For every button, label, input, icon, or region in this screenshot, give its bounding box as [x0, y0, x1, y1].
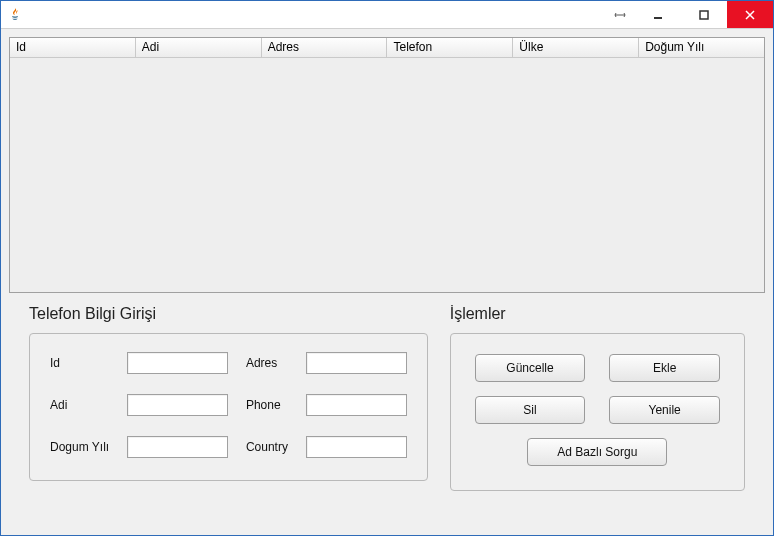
client-area: Id Adi Adres Telefon Ülke Doğum Yılı Tel…	[1, 29, 773, 535]
label-dogum-yili: Dogum Yılı	[50, 440, 109, 454]
java-icon	[7, 7, 23, 23]
ekle-button[interactable]: Ekle	[609, 354, 720, 382]
maximize-button[interactable]	[681, 1, 727, 28]
data-table[interactable]: Id Adi Adres Telefon Ülke Doğum Yılı	[9, 37, 765, 293]
minimize-button[interactable]	[635, 1, 681, 28]
col-adi[interactable]: Adi	[136, 38, 262, 57]
label-adi: Adi	[50, 398, 109, 412]
col-ulke[interactable]: Ülke	[513, 38, 639, 57]
label-phone: Phone	[246, 398, 288, 412]
table-body[interactable]	[10, 58, 764, 292]
yenile-button[interactable]: Yenile	[609, 396, 720, 424]
window-controls	[605, 1, 773, 28]
actions-panel: İşlemler Güncelle Ekle Sil Yenile Ad Baz…	[450, 305, 745, 491]
label-id: Id	[50, 356, 109, 370]
lower-panels: Telefon Bilgi Girişi Id Adres Adi Phone …	[9, 305, 765, 491]
col-dogum-yili[interactable]: Doğum Yılı	[639, 38, 764, 57]
label-country: Country	[246, 440, 288, 454]
actions-fieldset: Güncelle Ekle Sil Yenile Ad Bazlı Sorgu	[450, 333, 745, 491]
form-fieldset: Id Adres Adi Phone Dogum Yılı Country	[29, 333, 428, 481]
col-adres[interactable]: Adres	[262, 38, 388, 57]
ad-bazli-sorgu-button[interactable]: Ad Bazlı Sorgu	[527, 438, 667, 466]
input-adi[interactable]	[127, 394, 228, 416]
label-adres: Adres	[246, 356, 288, 370]
input-adres[interactable]	[306, 352, 407, 374]
form-panel-title: Telefon Bilgi Girişi	[29, 305, 428, 323]
form-panel: Telefon Bilgi Girişi Id Adres Adi Phone …	[29, 305, 428, 491]
col-telefon[interactable]: Telefon	[387, 38, 513, 57]
col-id[interactable]: Id	[10, 38, 136, 57]
svg-rect-0	[654, 17, 662, 19]
input-country[interactable]	[306, 436, 407, 458]
svg-rect-1	[700, 11, 708, 19]
input-phone[interactable]	[306, 394, 407, 416]
app-window: Id Adi Adres Telefon Ülke Doğum Yılı Tel…	[0, 0, 774, 536]
guncelle-button[interactable]: Güncelle	[475, 354, 586, 382]
input-dogum-yili[interactable]	[127, 436, 228, 458]
input-id[interactable]	[127, 352, 228, 374]
titlebar	[1, 1, 773, 29]
sil-button[interactable]: Sil	[475, 396, 586, 424]
resize-hint-icon	[605, 1, 635, 28]
close-button[interactable]	[727, 1, 773, 28]
table-header-row: Id Adi Adres Telefon Ülke Doğum Yılı	[10, 38, 764, 58]
actions-panel-title: İşlemler	[450, 305, 745, 323]
